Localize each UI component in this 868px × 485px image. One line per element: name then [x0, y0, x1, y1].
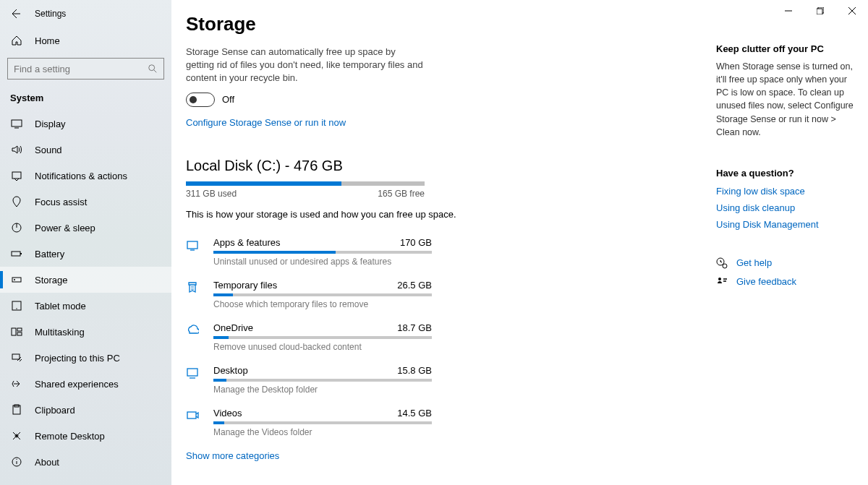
tablet-icon — [10, 299, 23, 312]
nav-tablet-mode[interactable]: Tablet mode — [0, 293, 171, 319]
nav-focus-assist[interactable]: Focus assist — [0, 189, 171, 215]
get-help-link[interactable]: Get help — [736, 257, 772, 268]
category-size: 170 GB — [400, 237, 432, 248]
category-subtitle: Remove unused cloud-backed content — [213, 342, 432, 352]
get-help-row[interactable]: Get help — [716, 257, 855, 269]
toggle-state-label: Off — [222, 94, 234, 105]
category-subtitle: Uninstall unused or undesired apps & fea… — [213, 257, 432, 267]
category-item[interactable]: Desktop15.8 GBManage the Desktop folder — [186, 361, 432, 403]
give-feedback-link[interactable]: Give feedback — [736, 276, 796, 287]
category-icon — [186, 322, 203, 352]
nav-label: Clipboard — [35, 405, 75, 416]
minimize-icon — [785, 7, 792, 14]
category-icon — [186, 280, 203, 309]
nav-label: Notifications & actions — [35, 171, 127, 181]
page-title: Storage — [186, 13, 702, 35]
nav-battery[interactable]: Battery — [0, 241, 171, 267]
nav-notifications[interactable]: Notifications & actions — [0, 163, 171, 189]
svg-rect-12 — [17, 332, 22, 335]
nav-display[interactable]: Display — [0, 111, 171, 137]
nav-clipboard[interactable]: Clipboard — [0, 397, 171, 423]
feedback-icon — [716, 276, 728, 288]
svg-rect-11 — [17, 328, 22, 331]
nav-label: Projecting to this PC — [35, 353, 120, 364]
nav-home-label: Home — [35, 35, 60, 46]
power-icon — [10, 221, 23, 234]
minimize-button[interactable] — [773, 0, 804, 22]
category-list: Apps & features170 GBUninstall unused or… — [186, 233, 432, 446]
storage-sense-toggle-row: Off — [186, 93, 702, 107]
nav-about[interactable]: About — [0, 449, 171, 475]
back-arrow-icon — [9, 8, 21, 20]
nav-label: Sound — [35, 145, 62, 155]
category-name: OneDrive — [213, 322, 253, 333]
search-box[interactable] — [7, 58, 164, 80]
show-more-categories-link[interactable]: Show more categories — [186, 450, 279, 461]
svg-point-0 — [149, 65, 155, 71]
maximize-button[interactable] — [804, 0, 836, 22]
disk-free-label: 165 GB free — [378, 189, 425, 199]
svg-rect-2 — [12, 172, 21, 179]
help-link-disk-management[interactable]: Using Disk Management — [716, 219, 855, 230]
category-item[interactable]: Temporary files26.5 GBChoose which tempo… — [186, 275, 432, 318]
back-button[interactable] — [9, 7, 22, 20]
storage-sense-toggle[interactable] — [186, 93, 215, 107]
category-item[interactable]: Apps & features170 GBUninstall unused or… — [186, 233, 432, 275]
category-bar — [213, 379, 432, 382]
battery-icon — [10, 247, 23, 260]
category-bar — [213, 336, 432, 339]
shared-icon — [10, 377, 23, 390]
tip-title: Keep clutter off your PC — [716, 43, 855, 54]
home-icon — [10, 34, 23, 47]
svg-rect-20 — [187, 369, 197, 376]
nav-home[interactable]: Home — [0, 27, 171, 53]
get-help-icon — [716, 257, 728, 269]
nav-storage[interactable]: Storage — [0, 267, 171, 293]
nav-list: Display Sound Notifications & actions Fo… — [0, 111, 171, 485]
section-label: System — [0, 87, 171, 111]
help-link-low-disk-space[interactable]: Fixing low disk space — [716, 186, 855, 197]
svg-rect-21 — [187, 412, 196, 419]
category-size: 18.7 GB — [397, 322, 432, 333]
search-container — [0, 53, 171, 87]
svg-point-9 — [16, 308, 17, 309]
category-item[interactable]: OneDrive18.7 GBRemove unused cloud-backe… — [186, 318, 432, 361]
sidebar: Settings Home System Display Sound Notif… — [0, 0, 171, 485]
tip-body: When Storage sense is turned on, it'll f… — [716, 60, 855, 139]
nav-label: About — [35, 457, 59, 468]
nav-label: Tablet mode — [35, 301, 86, 312]
nav-sound[interactable]: Sound — [0, 137, 171, 163]
storage-icon — [10, 273, 23, 286]
category-subtitle: Manage the Videos folder — [213, 427, 432, 437]
notifications-icon — [10, 169, 23, 182]
search-input[interactable] — [14, 64, 148, 74]
category-bar — [213, 293, 432, 296]
nav-remote-desktop[interactable]: Remote Desktop — [0, 423, 171, 449]
category-subtitle: Manage the Desktop folder — [213, 385, 432, 395]
nav-multitasking[interactable]: Multitasking — [0, 319, 171, 345]
category-bar — [213, 421, 432, 424]
category-name: Apps & features — [213, 237, 281, 248]
clipboard-icon — [10, 403, 23, 416]
nav-projecting[interactable]: Projecting to this PC — [0, 345, 171, 371]
nav-shared-experiences[interactable]: Shared experiences — [0, 371, 171, 397]
remote-desktop-icon — [10, 429, 23, 442]
close-button[interactable] — [836, 0, 868, 22]
focus-assist-icon — [10, 195, 23, 208]
give-feedback-row[interactable]: Give feedback — [716, 276, 855, 288]
help-link-disk-cleanup[interactable]: Using disk cleanup — [716, 202, 855, 213]
maximize-icon — [817, 7, 824, 14]
app-title: Settings — [35, 9, 66, 19]
svg-rect-10 — [12, 328, 16, 335]
nav-power-sleep[interactable]: Power & sleep — [0, 215, 171, 241]
svg-rect-19 — [187, 241, 197, 249]
category-size: 15.8 GB — [397, 365, 432, 376]
category-icon — [186, 365, 203, 395]
display-icon — [10, 117, 23, 130]
category-item[interactable]: Videos14.5 GBManage the Videos folder — [186, 403, 432, 446]
configure-storage-sense-link[interactable]: Configure Storage Sense or run it now — [186, 117, 346, 128]
category-subtitle: Choose which temporary files to remove — [213, 299, 432, 309]
svg-point-7 — [14, 279, 15, 280]
category-name: Videos — [213, 408, 242, 419]
svg-point-24 — [718, 278, 721, 280]
